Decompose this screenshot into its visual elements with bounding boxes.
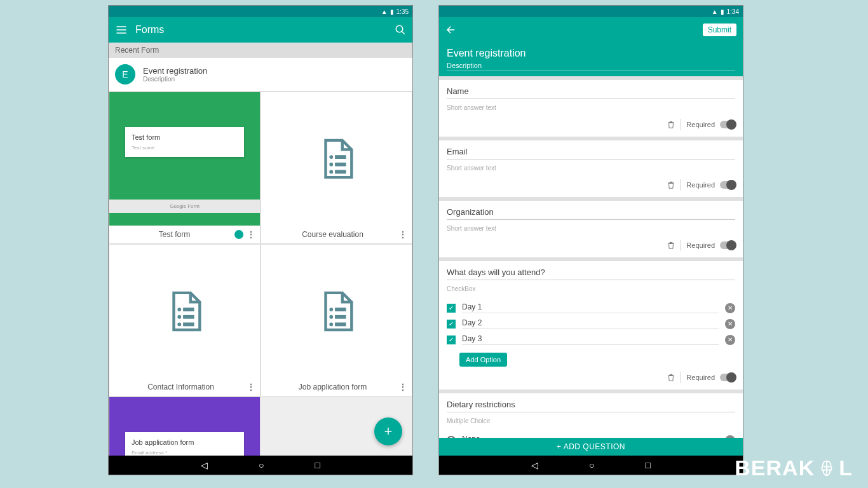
svg-rect-8 [183,308,194,311]
form-tile[interactable]: Job application form Email address * [109,396,261,456]
question-title[interactable]: Name [447,86,735,99]
fab-add-button[interactable]: + [374,417,402,445]
delete-icon[interactable] [667,373,675,382]
svg-rect-12 [183,323,194,327]
question-card: EmailShort answer textRequired [439,140,743,197]
remove-option-icon[interactable]: ✕ [725,319,735,329]
remove-option-icon[interactable]: ✕ [725,303,735,313]
nav-back-icon[interactable]: ◁ [531,460,538,470]
checkbox-icon[interactable]: ✓ [447,320,456,329]
question-card: NameShort answer textRequired [439,80,743,137]
required-label: Required [686,121,715,128]
form-tile[interactable]: Course evaluation ⋮ [261,92,412,244]
back-arrow-icon[interactable] [445,24,457,36]
delete-icon[interactable] [667,120,675,129]
required-toggle[interactable] [720,181,735,189]
nav-recent-icon[interactable]: □ [315,460,320,470]
question-title[interactable]: Organization [447,207,735,220]
form-tile[interactable]: Test form Test some Google Form Test for… [109,92,261,244]
form-preview [261,245,412,378]
question-title[interactable]: Dietary restrictions [447,400,735,412]
clock: 1:34 [727,8,739,15]
battery-icon: ▮ [390,8,394,15]
nav-home-icon[interactable]: ○ [589,460,594,470]
recent-form-title: Event registration [143,66,207,76]
more-icon[interactable]: ⋮ [399,230,407,239]
svg-point-13 [329,308,333,311]
battery-icon: ▮ [721,8,724,15]
recent-form-item[interactable]: E Event registration Description [109,58,412,92]
checkbox-icon[interactable]: ✓ [447,336,456,344]
forms-grid: Test form Test some Google Form Test for… [109,92,412,456]
form-title[interactable]: Event registration [447,48,735,59]
form-description[interactable]: Description [447,62,735,71]
add-option-button[interactable]: Add Option [459,353,507,367]
more-icon[interactable]: ⋮ [399,383,407,391]
nav-home-icon[interactable]: ○ [259,460,264,470]
preview-card-title: Test form [132,133,238,141]
preview-card-sub: Email address * [132,450,238,456]
screen-forms-list: ▲ ▮ 1:35 Forms Recent Form E Event regis… [108,5,413,475]
svg-point-17 [329,323,333,327]
question-card: OrganizationShort answer textRequired [439,201,743,257]
form-preview: Test form Test some Google Form [109,92,260,226]
android-nav-bar: ◁ ○ □ [439,456,743,475]
question-card: What days will you attend?CheckBox✓Day 1… [439,261,743,390]
editor-top-bar: Submit [439,17,743,43]
submit-button[interactable]: Submit [703,24,736,36]
remove-option-icon[interactable]: ✕ [725,335,735,345]
add-question-button[interactable]: + ADD QUESTION [439,438,743,456]
preview-card-sub: Test some [132,145,238,151]
required-toggle[interactable] [720,121,735,128]
recent-form-subtitle: Description [143,76,207,83]
option-label[interactable]: Day 2 [462,318,719,329]
more-icon[interactable]: ⋮ [247,383,255,391]
form-preview: Job application form Email address * [109,397,260,456]
delete-icon[interactable] [667,241,675,250]
svg-rect-18 [335,323,346,327]
clock: 1:35 [397,8,409,15]
nav-recent-icon[interactable]: □ [646,460,651,470]
question-title[interactable]: What days will you attend? [447,268,735,280]
svg-rect-14 [335,308,346,311]
app-title: Forms [135,24,387,36]
notification-badge [234,230,243,239]
search-icon[interactable] [395,24,406,36]
document-icon [315,286,359,337]
option-label[interactable]: Day 1 [462,302,719,313]
svg-point-15 [329,315,333,319]
top-app-bar: Forms [109,17,412,43]
question-title[interactable]: Email [447,147,735,159]
question-type-hint: Multiple Choice [447,417,735,424]
question-footer: Required [447,119,735,130]
tile-name: Test form [114,230,234,239]
form-avatar: E [115,64,135,85]
option-label[interactable]: Day 3 [462,334,719,345]
nav-back-icon[interactable]: ◁ [201,460,208,470]
required-toggle[interactable] [720,374,735,381]
svg-rect-4 [335,163,346,166]
document-icon [315,133,359,184]
required-label: Required [686,241,715,249]
editor-content: Submit Event registration Description Na… [439,17,743,456]
hamburger-menu-icon[interactable] [115,24,128,36]
form-header: Event registration Description [439,43,743,76]
checkbox-icon[interactable]: ✓ [447,304,456,313]
preview-card-title: Job application form [132,438,238,446]
required-label: Required [686,374,715,381]
form-tile[interactable]: Job application form ⋮ [261,244,412,396]
option-row: ✓Day 2✕ [447,316,735,332]
form-preview [109,245,260,378]
svg-rect-16 [335,315,346,319]
required-toggle[interactable] [720,241,735,249]
status-bar: ▲ ▮ 1:35 [109,6,412,17]
svg-point-3 [329,163,333,166]
screen-form-editor: ▲ ▮ 1:34 Submit Event registration Descr… [438,5,743,475]
more-icon[interactable]: ⋮ [247,230,255,239]
brain-icon [817,459,836,478]
form-tile[interactable]: Contact Information ⋮ [109,244,261,396]
option-row: ✓Day 3✕ [447,332,735,348]
document-icon [163,286,207,337]
svg-point-0 [396,25,403,32]
delete-icon[interactable] [667,180,675,189]
